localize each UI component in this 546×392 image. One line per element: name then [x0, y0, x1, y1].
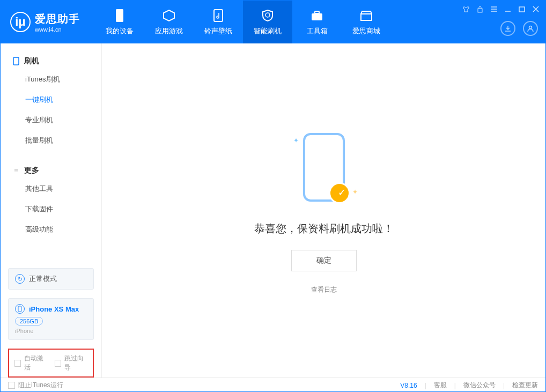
shirt-icon[interactable]	[462, 5, 470, 13]
header-actions	[500, 21, 538, 36]
sidebar-item-advanced[interactable]: 高级功能	[1, 219, 101, 240]
sparkle-icon: ✦	[352, 188, 358, 196]
toolbox-icon	[309, 8, 324, 23]
sidebar: 刷机 iTunes刷机 一键刷机 专业刷机 批量刷机 ≡ 更多 其他工具 下载固…	[1, 43, 102, 378]
svg-rect-17	[18, 306, 21, 312]
checkbox-auto-activate[interactable]: 自动激活	[14, 354, 47, 372]
lock-icon[interactable]	[476, 5, 484, 13]
sidebar-item-other-tools[interactable]: 其他工具	[1, 179, 101, 199]
tab-my-device[interactable]: 我的设备	[95, 1, 144, 43]
sidebar-group-flash: 刷机 iTunes刷机 一键刷机 专业刷机 批量刷机	[1, 43, 101, 153]
maximize-button[interactable]	[518, 5, 526, 13]
sidebar-group-more: ≡ 更多 其他工具 下载固件 高级功能	[1, 153, 101, 242]
checkbox-skip-wizard[interactable]: 跳过向导	[55, 354, 87, 372]
tab-store[interactable]: 爱思商城	[342, 1, 391, 43]
app-logo: iμ 爱思助手 www.i4.cn	[1, 1, 90, 43]
phone-graphic: ✓	[303, 133, 345, 202]
minimize-button[interactable]	[504, 5, 512, 13]
sparkle-icon: ✦	[293, 137, 299, 144]
svg-rect-5	[315, 11, 319, 13]
svg-point-3	[265, 13, 270, 17]
tab-label: 应用游戏	[155, 26, 183, 36]
app-subtitle: www.i4.cn	[35, 26, 80, 33]
version-label: V8.16	[400, 382, 417, 389]
list-icon: ≡	[12, 167, 20, 174]
tab-apps-games[interactable]: 应用游戏	[144, 1, 194, 43]
checkbox-icon	[8, 382, 15, 389]
svg-rect-12	[519, 7, 525, 12]
sidebar-item-pro-flash[interactable]: 专业刷机	[1, 110, 101, 130]
tab-ringtones-wallpapers[interactable]: 铃声壁纸	[194, 1, 243, 43]
separator: |	[503, 382, 505, 389]
footer-link-update[interactable]: 检查更新	[512, 381, 538, 390]
nav-tabs: 我的设备 应用游戏 铃声壁纸 智能刷机 工具箱 爱思商城	[95, 1, 391, 43]
checkbox-icon	[55, 360, 61, 367]
tab-smart-flash[interactable]: 智能刷机	[243, 1, 292, 43]
success-illustration: ✦ ✓ ✦	[284, 127, 364, 208]
sidebar-item-itunes-flash[interactable]: iTunes刷机	[1, 69, 101, 90]
app-title: 爱思助手	[35, 12, 80, 26]
menu-icon[interactable]	[490, 5, 498, 13]
status-mode-text: 正常模式	[29, 274, 57, 284]
device-box: iPhone XS Max 256GB iPhone	[8, 298, 94, 340]
option-label: 跳过向导	[64, 354, 87, 372]
svg-rect-0	[116, 9, 123, 22]
tab-label: 工具箱	[307, 26, 328, 36]
download-icon[interactable]	[500, 21, 515, 36]
device-icon	[12, 57, 20, 65]
svg-point-15	[529, 26, 532, 29]
check-icon: ✓	[338, 187, 346, 198]
group-title-text: 刷机	[24, 56, 39, 66]
svg-rect-16	[13, 57, 19, 65]
checkbox-block-itunes[interactable]: 阻止iTunes运行	[8, 381, 63, 390]
tab-toolbox[interactable]: 工具箱	[292, 1, 342, 43]
group-title-flash: 刷机	[1, 53, 101, 69]
checkbox-icon	[14, 360, 21, 367]
sidebar-item-batch-flash[interactable]: 批量刷机	[1, 130, 101, 151]
view-log-link[interactable]: 查看日志	[311, 285, 337, 294]
device-type: iPhone	[15, 328, 87, 334]
options-box: 自动激活 跳过向导	[8, 349, 94, 378]
device-storage: 256GB	[15, 317, 43, 326]
success-message: 恭喜您，保资料刷机成功啦！	[254, 221, 394, 236]
device-phone-icon	[15, 304, 25, 314]
svg-rect-6	[361, 14, 372, 20]
svg-marker-1	[164, 10, 174, 21]
tab-label: 铃声壁纸	[204, 26, 232, 36]
tab-label: 我的设备	[106, 26, 134, 36]
tab-label: 爱思商城	[352, 26, 380, 36]
option-label: 自动激活	[24, 354, 47, 372]
separator: |	[425, 382, 426, 389]
tab-label: 智能刷机	[254, 26, 282, 36]
svg-rect-2	[214, 10, 223, 21]
shield-refresh-icon	[260, 8, 275, 23]
footer: 阻止iTunes运行 V8.16 | 客服 | 微信公众号 | 检查更新	[1, 378, 545, 392]
group-title-more: ≡ 更多	[1, 162, 101, 179]
main-content: ✦ ✓ ✦ 恭喜您，保资料刷机成功啦！ 确定 查看日志	[102, 43, 545, 378]
separator: |	[454, 382, 456, 389]
phone-icon	[112, 8, 127, 23]
store-icon	[359, 8, 374, 23]
status-box: ↻ 正常模式	[8, 268, 94, 290]
footer-link-wechat[interactable]: 微信公众号	[463, 381, 496, 390]
close-button[interactable]	[532, 5, 540, 13]
device-name: iPhone XS Max	[29, 305, 79, 313]
svg-rect-4	[312, 13, 322, 20]
svg-rect-7	[478, 9, 482, 12]
logo-icon: iμ	[10, 12, 31, 32]
sidebar-item-download-firmware[interactable]: 下载固件	[1, 199, 101, 219]
status-icon: ↻	[15, 274, 25, 284]
confirm-button[interactable]: 确定	[291, 250, 357, 271]
footer-link-support[interactable]: 客服	[434, 381, 447, 390]
user-icon[interactable]	[523, 21, 538, 36]
music-file-icon	[211, 8, 226, 23]
group-title-text: 更多	[24, 166, 39, 175]
cube-icon	[161, 8, 176, 23]
footer-block-itunes-label: 阻止iTunes运行	[18, 381, 63, 390]
window-controls	[462, 5, 540, 13]
sidebar-item-oneclick-flash[interactable]: 一键刷机	[1, 90, 101, 110]
header: iμ 爱思助手 www.i4.cn 我的设备 应用游戏 铃声壁纸 智能刷机 工具…	[1, 1, 545, 43]
